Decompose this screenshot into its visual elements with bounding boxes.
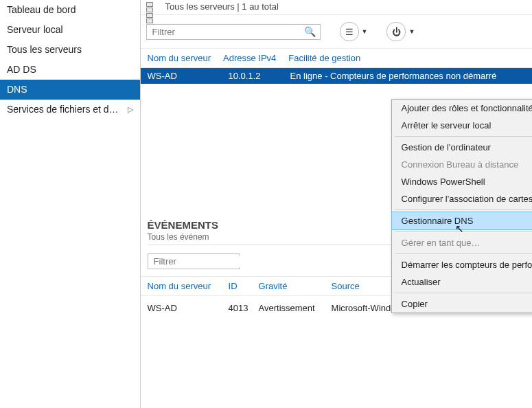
sidebar-item-dashboard[interactable]: Tableau de bord: [0, 0, 140, 20]
context-menu-item[interactable]: Arrêter le serveur local: [392, 117, 532, 134]
servers-columns: Nom du serveur Adresse IPv4 Facilité de …: [141, 48, 532, 68]
content-header: Tous les serveurs | 1 au total: [141, 0, 532, 15]
server-row-selected[interactable]: WS-AD 10.0.1.2 En ligne - Compteurs de p…: [141, 68, 532, 84]
col-ev-severity[interactable]: Gravité: [259, 281, 332, 291]
chevron-right-icon: ▷: [128, 105, 133, 114]
col-ipv4[interactable]: Adresse IPv4: [223, 53, 276, 63]
sidebar-item-label: Serveur local: [7, 24, 63, 35]
sidebar-item-label: DNS: [7, 84, 27, 95]
view-options-button[interactable]: ☰: [340, 22, 359, 41]
context-menu-item[interactable]: Ajouter des rôles et fonctionnalités: [392, 100, 532, 117]
events-filter-input[interactable]: [152, 256, 270, 267]
chevron-down-icon: ▼: [408, 28, 415, 35]
filter-input[interactable]: [151, 26, 304, 38]
context-menu-item[interactable]: Configurer l'association de cartes résea…: [392, 190, 532, 207]
server-name: WS-AD: [148, 71, 229, 81]
context-menu-separator: [395, 231, 532, 232]
context-menu-separator: [395, 136, 532, 137]
content-pane: Tous les serveurs | 1 au total 🔍 ☰ ▼ ⏻ ▼…: [141, 0, 532, 408]
sidebar: Tableau de bord Serveur local Tous les s…: [0, 0, 141, 408]
context-menu-item[interactable]: Actualiser: [392, 273, 532, 291]
context-menu-item[interactable]: Gestionnaire DNS: [391, 212, 532, 230]
sidebar-item-all-servers[interactable]: Tous les serveurs: [0, 40, 140, 60]
toolbar: 🔍 ☰ ▼ ⏻ ▼: [141, 15, 532, 48]
events-filter-box[interactable]: [148, 253, 240, 269]
context-menu-separator: [395, 253, 532, 254]
context-menu: Ajouter des rôles et fonctionnalitésArrê…: [391, 99, 532, 313]
context-menu-item: Connexion Bureau à distance: [392, 156, 532, 173]
search-icon[interactable]: 🔍: [304, 26, 316, 37]
ev-id: 4013: [229, 303, 259, 313]
sidebar-item-dns[interactable]: DNS: [0, 80, 140, 100]
context-menu-item[interactable]: Windows PowerShell: [392, 173, 532, 190]
all-servers-label: Tous les serveurs | 1 au total: [165, 1, 279, 12]
sidebar-item-label: AD DS: [7, 64, 36, 75]
filter-box[interactable]: 🔍: [146, 24, 321, 40]
context-menu-separator: [395, 209, 532, 210]
col-ev-id[interactable]: ID: [229, 281, 259, 291]
ev-server: WS-AD: [148, 303, 229, 313]
sidebar-item-local-server[interactable]: Serveur local: [0, 20, 140, 40]
col-manageability[interactable]: Facilité de gestion: [288, 53, 360, 63]
sidebar-item-label: Tableau de bord: [7, 4, 76, 15]
chevron-down-icon: ▼: [362, 28, 368, 35]
context-menu-separator: [395, 293, 532, 293]
context-menu-item[interactable]: Démarrer les compteurs de performances: [392, 256, 532, 273]
sidebar-item-ad-ds[interactable]: AD DS: [0, 60, 140, 80]
context-menu-item: Gérer en tant que…: [392, 234, 532, 251]
ev-severity: Avertissement: [259, 303, 332, 313]
sidebar-item-label: Tous les serveurs: [7, 44, 82, 55]
sidebar-item-label: Services de fichiers et d…: [7, 104, 119, 115]
servers-grid-icon: [146, 2, 160, 12]
save-view-button[interactable]: ⏻: [386, 22, 406, 41]
server-status: En ligne - Compteurs de performances non…: [290, 71, 525, 81]
context-menu-item[interactable]: Gestion de l'ordinateur: [392, 139, 532, 156]
col-ev-server[interactable]: Nom du serveur: [148, 281, 229, 291]
col-server-name[interactable]: Nom du serveur: [148, 53, 211, 63]
context-menu-item[interactable]: Copier: [392, 295, 532, 313]
sidebar-item-file-services[interactable]: Services de fichiers et d…▷: [0, 100, 140, 120]
server-ip: 10.0.1.2: [229, 71, 290, 81]
